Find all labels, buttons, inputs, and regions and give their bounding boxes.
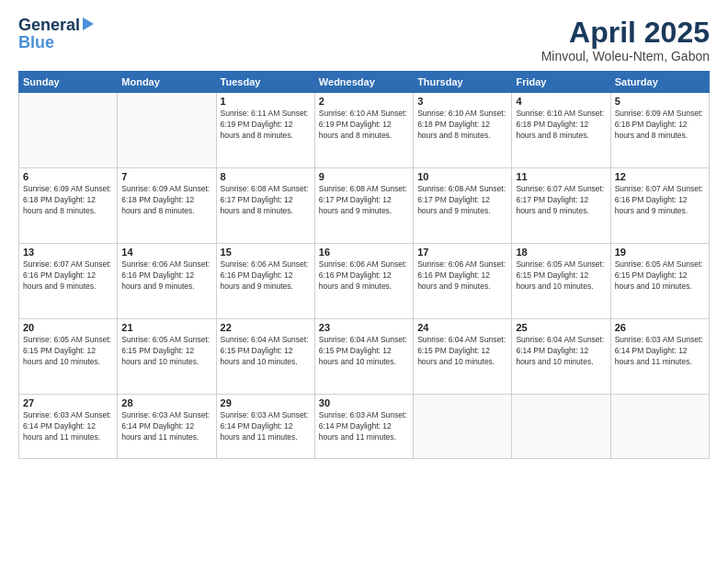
day-detail: Sunrise: 6:06 AM Sunset: 6:16 PM Dayligh… [417, 259, 507, 293]
table-row: 22Sunrise: 6:04 AM Sunset: 6:15 PM Dayli… [216, 319, 314, 395]
logo-arrow [83, 17, 94, 30]
day-number: 26 [615, 322, 705, 333]
col-monday: Monday [118, 72, 216, 93]
calendar-subtitle: Minvoul, Woleu-Ntem, Gabon [541, 49, 710, 63]
day-number: 17 [417, 247, 507, 258]
table-row: 15Sunrise: 6:06 AM Sunset: 6:16 PM Dayli… [216, 244, 314, 319]
day-detail: Sunrise: 6:09 AM Sunset: 6:18 PM Dayligh… [121, 184, 211, 217]
day-detail: Sunrise: 6:05 AM Sunset: 6:15 PM Dayligh… [516, 259, 606, 293]
calendar-title: April 2025 [541, 17, 710, 49]
col-sunday: Sunday [19, 72, 118, 93]
table-row: 27Sunrise: 6:03 AM Sunset: 6:14 PM Dayli… [19, 395, 118, 459]
day-detail: Sunrise: 6:07 AM Sunset: 6:16 PM Dayligh… [615, 184, 705, 217]
table-row [512, 395, 610, 459]
table-row: 3Sunrise: 6:10 AM Sunset: 6:18 PM Daylig… [414, 93, 512, 168]
table-row: 14Sunrise: 6:06 AM Sunset: 6:16 PM Dayli… [118, 244, 216, 319]
day-number: 20 [23, 322, 113, 333]
day-number: 16 [319, 247, 409, 258]
table-row: 18Sunrise: 6:05 AM Sunset: 6:15 PM Dayli… [512, 244, 610, 319]
day-number: 24 [417, 322, 507, 333]
day-detail: Sunrise: 6:03 AM Sunset: 6:14 PM Dayligh… [615, 335, 705, 368]
day-detail: Sunrise: 6:08 AM Sunset: 6:17 PM Dayligh… [221, 184, 311, 217]
day-number: 29 [221, 397, 311, 408]
day-detail: Sunrise: 6:07 AM Sunset: 6:16 PM Dayligh… [23, 259, 113, 293]
day-number: 30 [319, 397, 409, 408]
table-row: 28Sunrise: 6:03 AM Sunset: 6:14 PM Dayli… [118, 395, 216, 459]
day-detail: Sunrise: 6:03 AM Sunset: 6:14 PM Dayligh… [319, 410, 409, 443]
col-wednesday: Wednesday [314, 72, 413, 93]
day-number: 9 [319, 171, 409, 182]
logo-text: General [18, 17, 94, 33]
table-row: 5Sunrise: 6:09 AM Sunset: 6:18 PM Daylig… [610, 93, 709, 168]
day-number: 10 [417, 171, 507, 182]
table-row: 26Sunrise: 6:03 AM Sunset: 6:14 PM Dayli… [610, 319, 709, 395]
day-number: 11 [516, 171, 606, 182]
day-number: 2 [319, 96, 409, 107]
table-row [19, 93, 118, 168]
day-number: 4 [516, 96, 606, 107]
day-detail: Sunrise: 6:11 AM Sunset: 6:19 PM Dayligh… [221, 109, 311, 142]
day-number: 1 [221, 96, 311, 107]
table-row [414, 395, 512, 459]
day-number: 21 [121, 322, 211, 333]
table-row: 10Sunrise: 6:08 AM Sunset: 6:17 PM Dayli… [414, 168, 512, 244]
table-row [610, 395, 709, 459]
day-detail: Sunrise: 6:06 AM Sunset: 6:16 PM Dayligh… [319, 259, 409, 293]
table-row: 19Sunrise: 6:05 AM Sunset: 6:15 PM Dayli… [610, 244, 709, 319]
col-saturday: Saturday [610, 72, 709, 93]
day-detail: Sunrise: 6:06 AM Sunset: 6:16 PM Dayligh… [221, 259, 311, 293]
day-detail: Sunrise: 6:03 AM Sunset: 6:14 PM Dayligh… [221, 410, 311, 443]
day-detail: Sunrise: 6:09 AM Sunset: 6:18 PM Dayligh… [23, 184, 113, 217]
day-number: 25 [516, 322, 606, 333]
calendar-week-row: 1Sunrise: 6:11 AM Sunset: 6:19 PM Daylig… [19, 93, 710, 168]
table-row: 29Sunrise: 6:03 AM Sunset: 6:14 PM Dayli… [216, 395, 314, 459]
title-block: April 2025 Minvoul, Woleu-Ntem, Gabon [541, 17, 710, 63]
table-row: 16Sunrise: 6:06 AM Sunset: 6:16 PM Dayli… [314, 244, 413, 319]
calendar-week-row: 27Sunrise: 6:03 AM Sunset: 6:14 PM Dayli… [19, 395, 710, 459]
col-friday: Friday [512, 72, 610, 93]
day-detail: Sunrise: 6:05 AM Sunset: 6:15 PM Dayligh… [121, 335, 211, 368]
table-row: 23Sunrise: 6:04 AM Sunset: 6:15 PM Dayli… [314, 319, 413, 395]
table-row: 17Sunrise: 6:06 AM Sunset: 6:16 PM Dayli… [414, 244, 512, 319]
day-detail: Sunrise: 6:04 AM Sunset: 6:15 PM Dayligh… [319, 335, 409, 368]
day-number: 23 [319, 322, 409, 333]
day-number: 22 [221, 322, 311, 333]
table-row: 24Sunrise: 6:04 AM Sunset: 6:15 PM Dayli… [414, 319, 512, 395]
day-number: 8 [221, 171, 311, 182]
table-row: 11Sunrise: 6:07 AM Sunset: 6:17 PM Dayli… [512, 168, 610, 244]
page: General Blue April 2025 Minvoul, Woleu-N… [0, 0, 728, 563]
table-row: 30Sunrise: 6:03 AM Sunset: 6:14 PM Dayli… [314, 395, 413, 459]
day-detail: Sunrise: 6:07 AM Sunset: 6:17 PM Dayligh… [516, 184, 606, 217]
day-detail: Sunrise: 6:03 AM Sunset: 6:14 PM Dayligh… [23, 410, 113, 443]
logo-blue: Blue [18, 33, 54, 52]
day-number: 27 [23, 397, 113, 408]
day-detail: Sunrise: 6:10 AM Sunset: 6:18 PM Dayligh… [417, 109, 507, 142]
day-detail: Sunrise: 6:09 AM Sunset: 6:18 PM Dayligh… [615, 109, 705, 142]
table-row: 7Sunrise: 6:09 AM Sunset: 6:18 PM Daylig… [118, 168, 216, 244]
day-number: 7 [121, 171, 211, 182]
table-row: 1Sunrise: 6:11 AM Sunset: 6:19 PM Daylig… [216, 93, 314, 168]
day-number: 6 [23, 171, 113, 182]
calendar-header-row: Sunday Monday Tuesday Wednesday Thursday… [19, 72, 710, 93]
calendar-table: Sunday Monday Tuesday Wednesday Thursday… [18, 71, 710, 459]
calendar-week-row: 13Sunrise: 6:07 AM Sunset: 6:16 PM Dayli… [19, 244, 710, 319]
logo: General Blue [18, 17, 94, 52]
table-row [118, 93, 216, 168]
day-detail: Sunrise: 6:04 AM Sunset: 6:15 PM Dayligh… [221, 335, 311, 368]
table-row: 2Sunrise: 6:10 AM Sunset: 6:19 PM Daylig… [314, 93, 413, 168]
day-number: 19 [615, 247, 705, 258]
table-row: 6Sunrise: 6:09 AM Sunset: 6:18 PM Daylig… [19, 168, 118, 244]
day-detail: Sunrise: 6:05 AM Sunset: 6:15 PM Dayligh… [615, 259, 705, 293]
day-detail: Sunrise: 6:10 AM Sunset: 6:19 PM Dayligh… [319, 109, 409, 142]
table-row: 20Sunrise: 6:05 AM Sunset: 6:15 PM Dayli… [19, 319, 118, 395]
calendar-week-row: 6Sunrise: 6:09 AM Sunset: 6:18 PM Daylig… [19, 168, 710, 244]
col-tuesday: Tuesday [216, 72, 314, 93]
day-detail: Sunrise: 6:05 AM Sunset: 6:15 PM Dayligh… [23, 335, 113, 368]
day-number: 14 [121, 247, 211, 258]
day-number: 12 [615, 171, 705, 182]
table-row: 4Sunrise: 6:10 AM Sunset: 6:18 PM Daylig… [512, 93, 610, 168]
day-number: 28 [121, 397, 211, 408]
table-row: 9Sunrise: 6:08 AM Sunset: 6:17 PM Daylig… [314, 168, 413, 244]
day-number: 15 [221, 247, 311, 258]
logo-general: General [18, 17, 80, 33]
